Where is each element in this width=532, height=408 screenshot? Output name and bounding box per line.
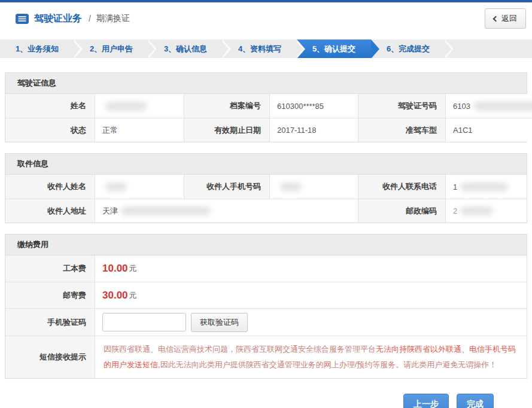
recipient-address-label: 收件人地址 [5, 199, 95, 223]
recipient-phone-label: 收件人联系电话 [358, 175, 445, 199]
page-header: 驾驶证业务 / 期满换证 返回 [0, 2, 532, 35]
name-value [95, 94, 184, 118]
step-bar-filler [445, 39, 532, 58]
postal-code-label: 邮政编码 [358, 199, 445, 223]
step-6-complete-submit[interactable]: 6、完成提交 [371, 39, 445, 58]
breadcrumb: 驾驶证业务 / 期满换证 [16, 13, 130, 25]
sms-code-input[interactable] [102, 313, 186, 331]
sms-tip-part-1: 因陕西省联通、电信运营商技术问题，陕西省互联网交通安全综合服务管理平台 [104, 345, 376, 354]
license-no-label: 驾驶证号码 [358, 94, 445, 118]
step-1-business-notice[interactable]: 1、业务须知 [0, 39, 74, 58]
step-5-confirm-submit[interactable]: 5、确认提交 [297, 39, 371, 58]
production-fee-value: 10.00元 [95, 255, 527, 282]
pickup-info-section: 取件信息 收件人姓名 收件人手机号码 收件人联系电话 1 收件人地址 天津 邮政… [5, 153, 527, 223]
postage-fee-amount: 30.00 [102, 290, 128, 302]
footer-actions: 上一步 完成 [0, 394, 532, 408]
fees-section: 缴纳费用 工本费 10.00元 邮寄费 30.00元 手机验证码 获取验证码 短… [5, 234, 527, 379]
finish-button[interactable]: 完成 [457, 394, 494, 408]
license-section-title: 驾驶证信息 [5, 73, 527, 94]
fees-table: 工本费 10.00元 邮寄费 30.00元 手机验证码 获取验证码 短信接收提示… [5, 255, 527, 378]
masked-recipient-address [121, 206, 211, 215]
name-label: 姓名 [5, 94, 95, 118]
license-no-value: 6103 [445, 94, 532, 118]
pickup-section-title: 取件信息 [5, 154, 527, 175]
back-button-label: 返回 [501, 13, 517, 24]
license-table: 姓名 档案编号 610300****85 驾驶证号码 6103 状态 正常 有效… [5, 94, 527, 142]
sms-tip-text: 因陕西省联通、电信运营商技术问题，陕西省互联网交通安全综合服务管理平台无法向持陕… [95, 336, 527, 378]
license-info-section: 驾驶证信息 姓名 档案编号 610300****85 驾驶证号码 6103 状态… [5, 72, 527, 142]
recipient-phone-value: 1 [445, 175, 527, 199]
form-list-icon [16, 14, 29, 24]
step-3-confirm-info[interactable]: 3、确认信息 [148, 39, 223, 58]
production-fee-amount: 10.00 [102, 263, 128, 275]
get-sms-code-button[interactable]: 获取验证码 [191, 313, 248, 332]
currency-unit: 元 [129, 263, 137, 274]
expiry-value: 2017-11-18 [269, 118, 358, 142]
sms-code-label: 手机验证码 [5, 308, 95, 336]
step-2-user-declaration[interactable]: 2、用户申告 [74, 39, 148, 58]
file-no-value: 610300****85 [269, 94, 358, 118]
recipient-name-value [95, 175, 184, 199]
back-button[interactable]: 返回 [485, 8, 526, 29]
masked-name [105, 102, 147, 111]
status-value: 正常 [95, 118, 184, 142]
postage-fee-value: 30.00元 [95, 282, 527, 308]
page-subtitle: 期满换证 [96, 13, 130, 24]
pickup-table: 收件人姓名 收件人手机号码 收件人联系电话 1 收件人地址 天津 邮政编码 2 [5, 175, 527, 223]
masked-recipient-mobile [280, 182, 302, 191]
recipient-mobile-label: 收件人手机号码 [184, 175, 269, 199]
recipient-mobile-value [269, 175, 358, 199]
page-title: 驾驶证业务 [34, 13, 82, 25]
expiry-label: 有效期止日期 [184, 118, 269, 142]
production-fee-label: 工本费 [5, 255, 95, 282]
recipient-address-value: 天津 [95, 199, 358, 223]
sms-code-row: 获取验证码 [95, 308, 527, 336]
postal-code-value: 2 [445, 199, 527, 223]
previous-step-button[interactable]: 上一步 [403, 394, 449, 408]
step-4-fill-data[interactable]: 4、资料填写 [223, 39, 297, 58]
masked-postal-code [460, 206, 493, 215]
postage-fee-label: 邮寄费 [5, 282, 95, 308]
masked-recipient-name [105, 182, 127, 191]
breadcrumb-separator: / [89, 14, 91, 23]
chevron-left-icon [493, 16, 499, 22]
file-no-label: 档案编号 [184, 94, 269, 118]
masked-recipient-phone [460, 182, 508, 191]
step-progress-bar: 1、业务须知 2、用户申告 3、确认信息 4、资料填写 5、确认提交 6、完成提… [0, 39, 532, 58]
sms-tip-part-3: 因此无法向此类用户提供陕西省交通管理业务的网上办理/预约等服务。请此类用户避免无… [160, 360, 497, 369]
recipient-name-label: 收件人姓名 [5, 175, 95, 199]
sms-tip-label: 短信接收提示 [5, 336, 95, 378]
vehicle-class-label: 准驾车型 [358, 118, 445, 142]
vehicle-class-value: A1C1 [445, 118, 532, 142]
fees-section-title: 缴纳费用 [5, 235, 527, 255]
currency-unit: 元 [129, 290, 137, 301]
masked-license-no [473, 102, 532, 111]
status-label: 状态 [5, 118, 95, 142]
